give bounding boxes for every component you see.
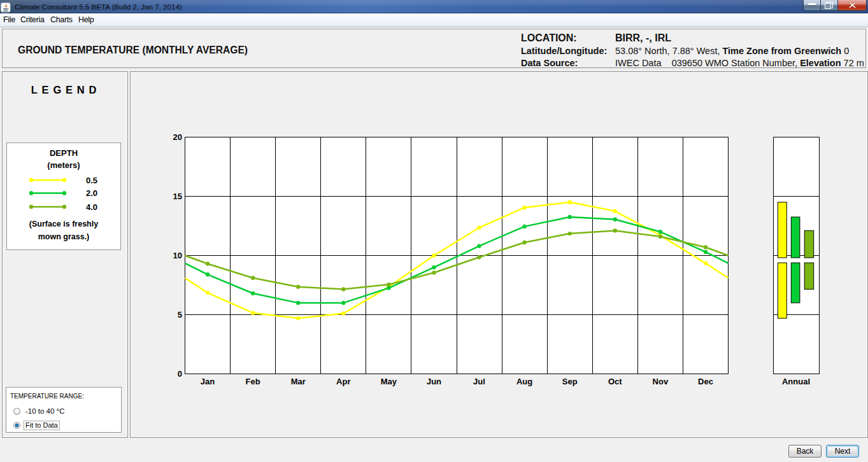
svg-text:Nov: Nov xyxy=(653,377,669,386)
svg-text:(Surface is freshly: (Surface is freshly xyxy=(29,220,98,228)
svg-text:15: 15 xyxy=(173,192,182,201)
svg-text:mown grass.): mown grass.) xyxy=(38,232,90,241)
svg-text:Apr: Apr xyxy=(336,377,350,386)
svg-text:Jun: Jun xyxy=(427,377,441,386)
svg-text:Aug: Aug xyxy=(516,377,532,386)
svg-text:May: May xyxy=(381,377,397,386)
svg-text:Annual: Annual xyxy=(782,377,810,386)
svg-text:(meters): (meters) xyxy=(47,160,80,170)
svg-text:Oct: Oct xyxy=(608,377,622,386)
svg-text:Jan: Jan xyxy=(201,377,215,386)
svg-text:5: 5 xyxy=(178,310,182,319)
svg-text:10: 10 xyxy=(173,251,182,260)
svg-text:20: 20 xyxy=(173,132,182,142)
svg-text:Jul: Jul xyxy=(473,377,485,386)
svg-text:0: 0 xyxy=(178,369,182,379)
svg-text:Mar: Mar xyxy=(291,377,306,386)
svg-text:DEPTH: DEPTH xyxy=(50,148,78,158)
svg-text:4.0: 4.0 xyxy=(86,202,97,212)
svg-text:0.5: 0.5 xyxy=(86,176,97,185)
svg-text:Sep: Sep xyxy=(562,377,578,386)
svg-text:Dec: Dec xyxy=(698,377,713,386)
svg-text:2.0: 2.0 xyxy=(86,188,97,198)
svg-text:Feb: Feb xyxy=(246,377,260,386)
